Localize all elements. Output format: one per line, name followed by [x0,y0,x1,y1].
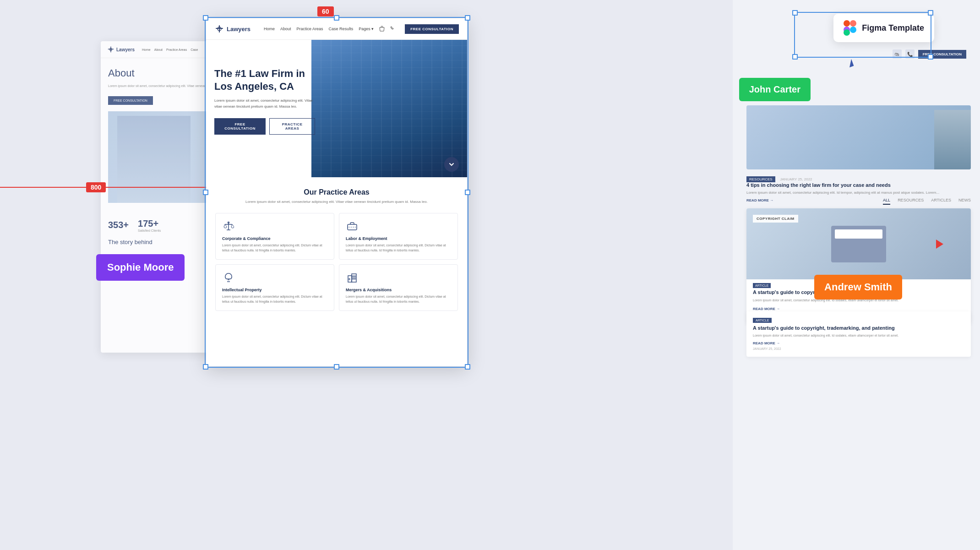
stat-353: 353+ [108,220,129,230]
main-logo-text: Lawyers [227,26,250,33]
john-carter-badge: John Carter [739,78,811,101]
bottom-article-date: JANUARY 25, 2022 [753,347,964,350]
blog-date: JANUARY 25, 2022 [780,177,812,181]
svg-rect-14 [353,276,354,277]
article-badge: ARTICLE [753,283,771,288]
tab-all[interactable]: ALL [883,198,890,205]
bottom-article-read-more[interactable]: READ MORE → [753,341,964,345]
right-mini-nav: 🛍 📞 FREE CONSULTATION [893,49,966,59]
mergers-text: Lorem ipsum dolor sit amet, consectetur … [346,294,451,304]
hero-title: The #1 Law Firm in Los Angeles, CA [214,67,315,93]
andrew-smith-badge: Andrew Smith [814,275,902,300]
lightbulb-icon [222,271,235,284]
svg-rect-17 [354,278,355,279]
bag-icon[interactable] [378,25,386,33]
blog-meta-row: RESOURCES JANUARY 25, 2022 [746,174,971,182]
right-phone-icon: 📞 [905,49,915,59]
cursor-icon-right [847,59,854,67]
measure-label-60: 60 [317,6,334,16]
copyright-image-label: COPYRIGHT CLAIM [753,215,798,223]
phone-icon[interactable] [389,25,397,33]
right-consultation-btn[interactable]: FREE CONSULTATION [918,50,966,59]
practice-card-mergers: Mergers & Acquisitions Lorem ipsum dolor… [339,264,458,311]
nav-pages[interactable]: Pages ▾ [359,27,374,31]
hero-secondary-btn[interactable]: PRACTICE AREAS [269,118,315,135]
right-handle-tl[interactable] [792,10,798,16]
hero-section: The #1 Law Firm in Los Angeles, CA Lorem… [206,40,467,177]
svg-rect-22 [844,29,850,36]
figma-badge-text: Figma Template [862,23,924,33]
svg-rect-18 [349,278,350,280]
nav-case-results[interactable]: Case Results [329,27,354,31]
bg-card-people [117,116,191,203]
hero-scroll-btn[interactable] [444,157,459,172]
typewriter-image [831,226,886,262]
practice-card-labor: Labor & Employment Lorem ipsum dolor sit… [339,213,458,260]
bottom-article-body: Lorem ipsum dolor sit amet, consectetur … [753,333,964,338]
practice-grid: Corporate & Compliance Lorem ipsum dolor… [215,213,458,311]
tab-news[interactable]: NEWS [958,198,971,205]
nav-home[interactable]: Home [264,27,275,31]
filter-tabs[interactable]: ALL RESOURCES ARTICLES NEWS [883,198,971,205]
practice-card-ip: Intellectual Property Lorem ipsum dolor … [215,264,334,311]
svg-point-23 [850,27,856,33]
corporate-title: Corporate & Compliance [222,236,327,241]
copyright-image: COPYRIGHT CLAIM [746,208,971,279]
briefcase-icon [346,220,359,233]
main-logo: Lawyers [214,24,250,34]
corporate-text: Lorem ipsum dolor sit amet, consectetur … [222,243,327,253]
andrew-smith-label: Andrew Smith [824,281,892,293]
tab-resources[interactable]: RESOURCES [898,198,924,205]
hero-building-image [311,40,467,177]
copyright-card: COPYRIGHT CLAIM ARTICLE A startup's guid… [746,208,971,323]
ip-title: Intellectual Property [222,288,327,292]
svg-rect-19 [844,20,850,27]
practice-subtitle: Lorem ipsum dolor sit amet, consectetur … [215,199,458,205]
bg-consultation-btn[interactable]: FREE CONSULTATION [108,96,153,105]
hero-text-block: The #1 Law Firm in Los Angeles, CA Lorem… [214,67,315,135]
main-nav-icons [378,25,397,33]
labor-text: Lorem ipsum dolor sit amet, consectetur … [346,243,451,253]
bottom-article-badge: ARTICLE [753,318,772,323]
practice-areas-section: Our Practice Areas Lorem ipsum dolor sit… [206,177,467,318]
hero-primary-btn[interactable]: FREE CONSULTATION [214,118,266,135]
svg-rect-4 [219,25,220,33]
sophie-moore-label: Sophie Moore [107,261,174,273]
labor-title: Labor & Employment [346,236,451,241]
blog-hero-image [746,105,971,169]
bottom-article-title: A startup's guide to copyright, trademar… [753,325,964,331]
practice-title: Our Practice Areas [215,188,458,196]
stat-175: 175+ Satisfied Clients [138,218,161,232]
copyright-body: Lorem ipsum dolor sit amet, consectetur … [746,298,971,307]
bg-logo: Lawyers [107,46,135,53]
main-nav-links[interactable]: Home About Practice Areas Case Results P… [264,27,374,31]
hero-buttons: FREE CONSULTATION PRACTICE AREAS [214,118,315,135]
main-logo-icon [214,24,224,34]
scales-icon [222,220,235,233]
nav-about[interactable]: About [280,27,291,31]
blog-person-image [934,110,971,169]
figma-template-badge: Figma Template [833,14,934,42]
hero-building [311,40,467,177]
john-carter-label: John Carter [749,84,800,94]
bottom-article-card: ARTICLE A startup's guide to copyright, … [746,311,971,357]
figma-icon [844,20,856,36]
main-nav-consultation-btn[interactable]: FREE CONSULTATION [405,24,459,34]
right-handle-bl[interactable] [792,54,798,60]
nav-practice-areas[interactable]: Practice Areas [297,27,323,31]
right-bag-icon: 🛍 [893,49,902,59]
ip-text: Lorem ipsum dolor sit amet, consectetur … [222,294,327,304]
main-preview-card: Lawyers Home About Practice Areas Case R… [206,18,467,366]
practice-card-corporate: Corporate & Compliance Lorem ipsum dolor… [215,213,334,260]
svg-rect-20 [850,20,856,27]
right-panel: Figma Template 🛍 📞 FREE CONSULTATION Joh… [733,0,980,550]
right-blog-section: RESOURCES JANUARY 25, 2022 4 tips in cho… [746,105,971,202]
bottom-article-meta: ARTICLE [753,318,964,323]
main-navbar: Lawyers Home About Practice Areas Case R… [206,18,467,40]
hero-description: Lorem ipsum dolor sit amet, consectetur … [214,98,315,110]
mergers-title: Mergers & Acquisitions [346,288,451,292]
sophie-moore-badge: Sophie Moore [96,254,185,281]
bg-nav-links: Home About Practice Areas Case [142,48,198,51]
blog-resources-badge: RESOURCES [746,176,775,182]
tab-articles[interactable]: ARTICLES [931,198,951,205]
